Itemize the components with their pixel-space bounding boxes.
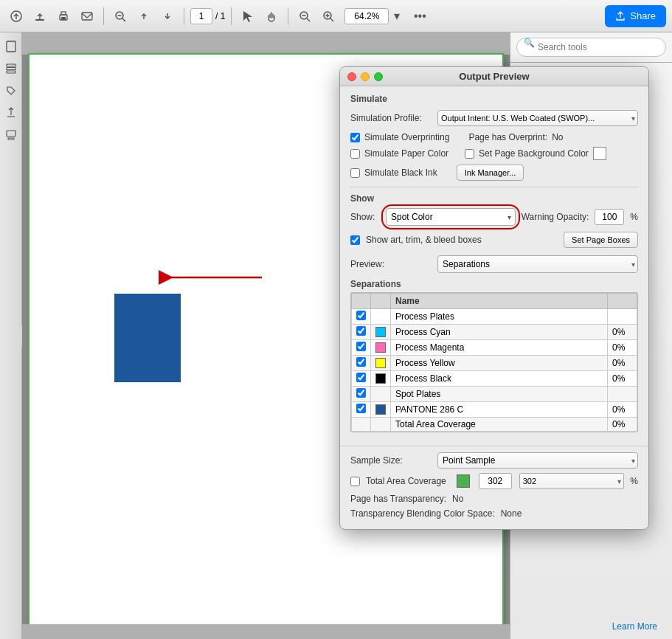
background-color-swatch[interactable] (593, 147, 606, 160)
paper-color-row: Simulate Paper Color Set Page Background… (350, 147, 638, 160)
cyan-pct: 0% (608, 325, 637, 340)
spot-plates-checkbox[interactable] (356, 388, 366, 398)
show-art-row: Show art, trim, & bleed boxes Set Page B… (350, 232, 638, 248)
yellow-checkbox[interactable] (356, 357, 366, 367)
share-button[interactable]: Share (605, 5, 666, 27)
set-page-background-checkbox[interactable] (465, 149, 474, 159)
zoom-minus-icon[interactable] (294, 6, 315, 27)
show-art-checkbox[interactable] (350, 235, 360, 245)
magenta-checkbox[interactable] (356, 342, 366, 351)
page-input[interactable]: 1 (190, 8, 212, 24)
black-ink-row: Simulate Black Ink Ink Manager... (350, 165, 638, 181)
zoom-out-icon[interactable] (110, 6, 131, 27)
upload2-icon[interactable] (134, 6, 154, 27)
show-dropdown-container: Spot Color All Process Plates CMYK ▾ (386, 208, 516, 226)
simulate-paper-color-checkbox[interactable] (350, 149, 360, 159)
email-icon[interactable] (77, 6, 97, 27)
sidebar-btn-tags[interactable] (3, 83, 19, 99)
cursor-icon[interactable] (238, 6, 258, 27)
svg-rect-5 (61, 12, 66, 15)
sample-size-row: Sample Size: Point Sample 3x3 Average 5x… (350, 452, 638, 469)
total-area-value-input[interactable] (479, 473, 512, 489)
simulate-overprinting-label: Simulate Overprinting (364, 132, 449, 142)
set-page-background-label: Set Page Background Color (479, 148, 589, 159)
learn-more-link[interactable]: Learn More (612, 621, 657, 632)
sidebar-btn-layers[interactable] (3, 61, 19, 77)
simulate-overprinting-checkbox[interactable] (350, 133, 360, 142)
cyan-name: Process Cyan (391, 325, 608, 340)
col-pct (608, 294, 637, 309)
page-transparency-value: No (452, 494, 463, 504)
panel-titlebar: Output Preview (340, 67, 648, 86)
search-bar: 🔍 (510, 32, 672, 63)
warning-opacity-input[interactable] (595, 209, 624, 225)
simulate-black-ink-label: Simulate Black Ink (364, 167, 437, 178)
magenta-pct: 0% (608, 340, 637, 356)
toolbar: 1 / 1 64.2% ▾ ••• Share (0, 0, 672, 32)
maximize-button[interactable] (374, 72, 383, 81)
sidebar-btn-stamp[interactable] (3, 127, 19, 143)
transparency-row: Page has Transparency: No (350, 494, 638, 504)
minimize-button[interactable] (361, 72, 370, 81)
svg-rect-22 (7, 64, 15, 66)
black-checkbox[interactable] (356, 373, 366, 382)
upload-icon[interactable] (30, 6, 50, 27)
page-transparency-label: Page has Transparency: (350, 494, 446, 504)
show-art-label: Show art, trim, & bleed boxes (366, 235, 482, 245)
zoom-plus-icon[interactable] (318, 6, 339, 27)
search-icon: 🔍 (524, 38, 535, 48)
output-preview-panel: Output Preview Simulate Simulation Profi… (339, 66, 649, 530)
blending-row: Transparency Blending Color Space: None (350, 508, 638, 519)
print-icon[interactable] (53, 6, 74, 27)
process-plates-checkbox[interactable] (356, 311, 366, 320)
table-row: Process Magenta 0% (352, 340, 637, 356)
total-area-label: Total Area Coverage (366, 476, 446, 486)
page-navigation: 1 / 1 (190, 8, 225, 24)
table-row: Process Black 0% (352, 371, 637, 387)
learn-more-container: Learn More (612, 621, 657, 632)
cyan-checkbox[interactable] (356, 326, 366, 336)
more-options-button[interactable]: ••• (409, 6, 430, 27)
total-area-row: Total Area Coverage 302 ▾ % (350, 473, 638, 489)
yellow-swatch (375, 358, 386, 368)
sample-size-select[interactable]: Point Sample 3x3 Average 5x5 Average (437, 452, 638, 469)
panel-body: Simulate Simulation Profile: Output Inte… (340, 86, 648, 446)
close-button[interactable] (347, 72, 356, 81)
divider-4 (288, 7, 288, 25)
svg-line-16 (307, 18, 310, 21)
divider-3 (231, 7, 232, 25)
warning-opacity-label: Warning Opacity: (522, 212, 589, 222)
total-area-checkbox[interactable] (350, 477, 360, 486)
traffic-lights (347, 72, 383, 81)
total-area-color-swatch[interactable] (457, 474, 470, 488)
left-sidebar: ◂ (0, 32, 22, 639)
separations-table-container: Name Process Plates Process Cyan (350, 292, 638, 432)
zoom-level[interactable]: 64.2% (344, 8, 389, 24)
pantone-swatch (375, 404, 386, 415)
col-check (352, 294, 371, 309)
total-area-unit-select[interactable]: 302 (519, 473, 625, 489)
black-name: Process Black (391, 371, 608, 387)
search-input[interactable] (516, 38, 666, 57)
blending-label: Transparency Blending Color Space: (350, 508, 495, 519)
pantone-checkbox[interactable] (356, 404, 366, 413)
simulation-profile-select[interactable]: Output Intent: U.S. Web Coated (SWOP)... (437, 110, 638, 126)
sidebar-btn-attach[interactable] (3, 105, 19, 121)
simulate-black-ink-checkbox[interactable] (350, 168, 360, 178)
table-row: Total Area Coverage 0% (352, 418, 637, 432)
sidebar-btn-bookmark[interactable] (3, 38, 19, 55)
set-page-boxes-button[interactable]: Set Page Boxes (564, 232, 638, 248)
download-icon[interactable] (157, 6, 178, 27)
divider-1 (103, 7, 104, 25)
show-row: Show: Spot Color All Process Plates CMYK… (350, 208, 638, 226)
svg-rect-7 (82, 13, 92, 20)
ink-manager-button[interactable]: Ink Manager... (457, 165, 524, 181)
preview-select[interactable]: Separations Color Warnings Off (437, 255, 638, 273)
save-icon[interactable] (6, 6, 27, 27)
total-area-pct-label: % (630, 476, 638, 486)
show-select[interactable]: Spot Color All Process Plates CMYK (386, 208, 516, 226)
hand-icon[interactable] (261, 6, 282, 27)
svg-rect-21 (7, 41, 15, 52)
svg-rect-24 (7, 71, 15, 73)
zoom-dropdown-icon[interactable]: ▾ (390, 6, 403, 27)
